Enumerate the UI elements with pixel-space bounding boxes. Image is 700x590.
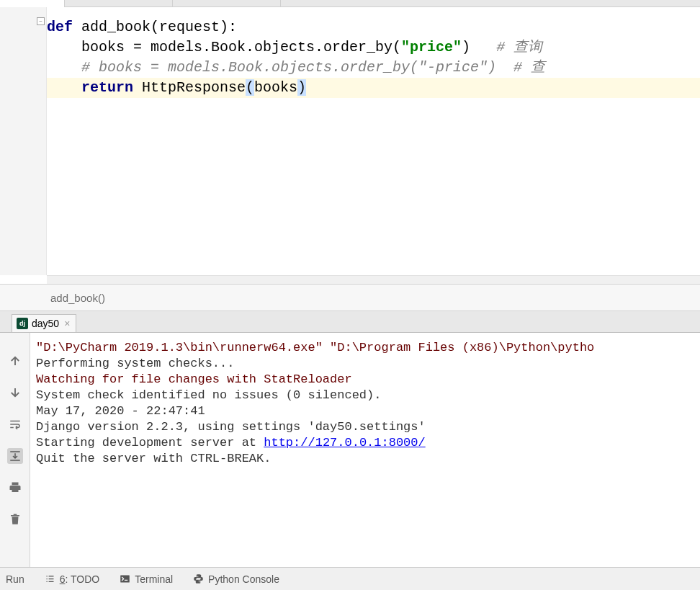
console-line-7: Django version 2.2.3, using settings 'da… [36,419,697,435]
fold-icon[interactable]: − [37,17,45,25]
console-output[interactable]: "D:\PyCharm 2019.1.3\bin\runnerw64.exe" … [30,333,700,567]
console-line-5: System check identified no issues (0 sil… [36,388,697,403]
console-line-6: May 17, 2020 - 22:47:41 [36,403,697,419]
down-arrow-icon[interactable] [7,385,23,401]
func-signature: add_book(request): [73,19,237,35]
console-line-8a: Starting development server at [36,436,264,450]
terminal-label: Terminal [135,573,173,585]
code-editor[interactable]: def add_book(request): books = models.Bo… [47,7,700,275]
code-line-2-post: ) [462,39,496,55]
bottom-toolbar: Run 6: TODO Terminal Python Console [0,567,700,590]
python-icon [193,573,204,584]
wrap-icon[interactable] [7,416,23,432]
terminal-icon [120,573,130,584]
paren-close: ) [297,79,306,96]
paren-open: ( [246,79,254,96]
scroll-end-icon[interactable] [7,448,23,464]
comment-2: # books = models.Book.objects.order_by("… [47,59,545,76]
tab-inactive-2[interactable] [173,0,281,7]
keyword-def: def [47,19,73,35]
server-url-link[interactable]: http://127.0.0.1:8000/ [264,436,425,450]
terminal-toolwindow-button[interactable]: Terminal [120,573,173,585]
tab-active[interactable] [0,0,65,7]
code-line-2-pre: books = models.Book.objects.order_by( [47,39,401,55]
console-line-9: Quit the server with CTRL-BREAK. [36,451,697,467]
svg-rect-0 [120,576,130,583]
run-label: Run [6,573,24,585]
print-icon[interactable] [7,480,23,496]
run-tabs: dj day50 × [0,311,700,333]
toolbar-column [0,333,30,567]
run-tab-label: day50 [32,318,59,329]
todo-toolwindow-button[interactable]: 6: TODO [45,573,100,585]
trash-icon[interactable] [7,511,23,527]
close-icon[interactable]: × [64,318,70,329]
arg-books: books [254,79,297,96]
run-tab-day50[interactable]: dj day50 × [12,314,76,332]
console-line-2: Performing system checks... [36,356,697,372]
editor-scrollbar-area [47,275,700,284]
tab-inactive-1[interactable] [65,0,173,7]
console-line-4: Watching for file changes with StatReloa… [36,372,697,388]
python-console-button[interactable]: Python Console [193,573,279,585]
python-console-label: Python Console [208,573,279,585]
string-price: "price" [401,39,462,55]
up-arrow-icon[interactable] [7,353,23,369]
return-call: HttpResponse [133,79,246,96]
gutter: − [0,7,47,275]
keyword-return: return [81,79,133,96]
breadcrumb[interactable]: add_book() [0,284,700,311]
editor-tabs [0,0,700,7]
run-toolwindow-button[interactable]: Run [6,573,24,585]
editor-area: − def add_book(request): books = models.… [0,7,700,275]
comment-1: # 查询 [496,39,542,55]
todo-label: : TODO [65,573,99,585]
list-icon [45,573,55,584]
django-icon: dj [17,318,28,329]
console-panel: "D:\PyCharm 2019.1.3\bin\runnerw64.exe" … [0,333,700,567]
breadcrumb-label: add_book() [50,292,105,304]
console-cmd-path: "D:\PyCharm 2019.1.3\bin\runnerw64.exe" … [36,340,697,356]
